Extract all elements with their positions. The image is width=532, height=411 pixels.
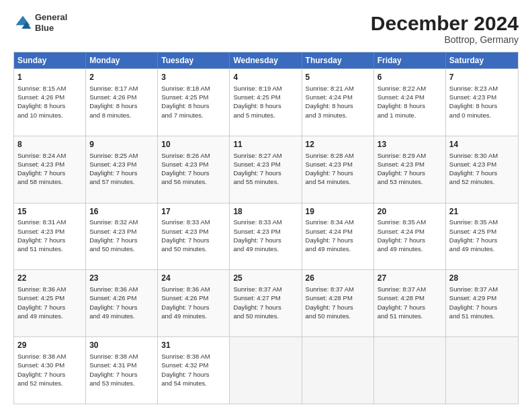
day-info-line: Sunrise: 8:33 AM <box>161 218 226 226</box>
day-info-line: Daylight: 7 hours <box>17 303 82 312</box>
calendar-header-day: Friday <box>374 52 446 68</box>
calendar-cell: 29Sunrise: 8:38 AMSunset: 4:30 PMDayligh… <box>14 337 86 404</box>
calendar-cell: 8Sunrise: 8:24 AMSunset: 4:23 PMDaylight… <box>14 136 86 203</box>
calendar-cell: 5Sunrise: 8:21 AMSunset: 4:24 PMDaylight… <box>302 69 374 136</box>
day-info-line: Sunset: 4:28 PM <box>378 293 442 302</box>
day-number: 6 <box>378 72 442 83</box>
day-number: 10 <box>161 139 226 150</box>
day-info-line: Daylight: 7 hours <box>378 236 442 244</box>
day-info-line: Sunset: 4:25 PM <box>449 227 515 236</box>
day-info-line: Sunrise: 8:31 AM <box>17 218 82 226</box>
calendar-cell: 22Sunrise: 8:36 AMSunset: 4:25 PMDayligh… <box>14 270 86 336</box>
day-info-line: Sunrise: 8:25 AM <box>89 151 154 160</box>
day-info-line: Sunrise: 8:35 AM <box>449 218 515 226</box>
logo-icon <box>13 13 32 32</box>
calendar-cell: 10Sunrise: 8:26 AMSunset: 4:23 PMDayligh… <box>158 136 230 203</box>
day-info-line: Daylight: 7 hours <box>89 236 154 244</box>
day-info-line: Sunrise: 8:37 AM <box>449 285 515 293</box>
calendar-cell: 16Sunrise: 8:32 AMSunset: 4:23 PMDayligh… <box>86 203 158 270</box>
day-info-line: and 5 minutes. <box>233 111 298 120</box>
calendar-cell: 2Sunrise: 8:17 AMSunset: 4:26 PMDaylight… <box>86 69 158 136</box>
day-info-line: and 58 minutes. <box>17 177 82 186</box>
day-info-line: Daylight: 7 hours <box>89 169 154 177</box>
calendar-cell: 28Sunrise: 8:37 AMSunset: 4:29 PMDayligh… <box>446 270 518 336</box>
logo: General Blue <box>13 12 67 33</box>
day-info-line: and 51 minutes. <box>449 312 515 320</box>
day-info-line: Sunset: 4:26 PM <box>17 93 82 101</box>
calendar-header-day: Thursday <box>302 52 374 68</box>
calendar-week-row: 15Sunrise: 8:31 AMSunset: 4:23 PMDayligh… <box>14 203 518 270</box>
day-info-line: Daylight: 7 hours <box>449 303 515 312</box>
day-info-line: Daylight: 8 hours <box>449 101 515 110</box>
subtitle: Bottrop, Germany <box>371 34 519 45</box>
day-info-line: Sunrise: 8:38 AM <box>161 352 226 361</box>
day-info-line: Daylight: 7 hours <box>17 370 82 379</box>
day-info-line: and 7 minutes. <box>161 111 226 120</box>
day-info-line: Daylight: 8 hours <box>17 101 82 110</box>
day-info-line: Sunset: 4:23 PM <box>449 160 515 169</box>
day-number: 15 <box>17 206 82 218</box>
day-info-line: and 53 minutes. <box>378 177 442 186</box>
day-info-line: Sunset: 4:23 PM <box>449 93 515 101</box>
day-info-line: and 8 minutes. <box>89 111 154 120</box>
day-info-line: Sunset: 4:25 PM <box>161 93 226 101</box>
day-info-line: Daylight: 8 hours <box>233 101 298 110</box>
day-info-line: and 49 minutes. <box>306 244 370 253</box>
day-info-line: Daylight: 7 hours <box>306 236 370 244</box>
day-info-line: and 1 minute. <box>378 111 442 120</box>
calendar-week-row: 29Sunrise: 8:38 AMSunset: 4:30 PMDayligh… <box>14 336 518 404</box>
day-number: 19 <box>306 206 370 218</box>
day-info-line: and 52 minutes. <box>449 177 515 186</box>
day-number: 2 <box>89 72 154 83</box>
header: General Blue December 2024 Bottrop, Germ… <box>13 12 519 45</box>
day-info-line: Sunrise: 8:36 AM <box>17 285 82 293</box>
day-info-line: Sunset: 4:23 PM <box>378 160 442 169</box>
calendar-header-day: Sunday <box>14 52 86 68</box>
day-info-line: Daylight: 7 hours <box>161 370 226 379</box>
day-number: 27 <box>378 273 442 284</box>
calendar-cell: 4Sunrise: 8:19 AMSunset: 4:25 PMDaylight… <box>230 69 302 136</box>
day-info-line: Sunrise: 8:38 AM <box>89 352 154 361</box>
calendar-cell: 18Sunrise: 8:33 AMSunset: 4:23 PMDayligh… <box>230 203 302 270</box>
day-info-line: Sunrise: 8:34 AM <box>306 218 370 226</box>
day-number: 21 <box>449 206 515 218</box>
day-number: 18 <box>233 206 298 218</box>
day-info-line: Sunrise: 8:27 AM <box>233 151 298 160</box>
calendar-cell: 30Sunrise: 8:38 AMSunset: 4:31 PMDayligh… <box>86 337 158 404</box>
day-info-line: Daylight: 7 hours <box>378 303 442 312</box>
calendar-cell: 21Sunrise: 8:35 AMSunset: 4:25 PMDayligh… <box>446 203 518 270</box>
day-info-line: Daylight: 7 hours <box>233 169 298 177</box>
day-info-line: Sunrise: 8:37 AM <box>233 285 298 293</box>
day-info-line: and 55 minutes. <box>233 177 298 186</box>
day-info-line: Daylight: 7 hours <box>306 169 370 177</box>
day-number: 11 <box>233 139 298 150</box>
day-info-line: Sunrise: 8:18 AM <box>161 84 226 93</box>
calendar-cell: 24Sunrise: 8:36 AMSunset: 4:26 PMDayligh… <box>158 270 230 336</box>
day-number: 13 <box>378 139 442 150</box>
day-number: 26 <box>306 273 370 284</box>
day-info-line: and 10 minutes. <box>17 111 82 120</box>
calendar-header-row: SundayMondayTuesdayWednesdayThursdayFrid… <box>14 52 518 68</box>
page: General Blue December 2024 Bottrop, Germ… <box>0 0 532 411</box>
day-info-line: and 50 minutes. <box>161 244 226 253</box>
day-number: 31 <box>161 340 226 351</box>
calendar-cell: 17Sunrise: 8:33 AMSunset: 4:23 PMDayligh… <box>158 203 230 270</box>
calendar-cell: 27Sunrise: 8:37 AMSunset: 4:28 PMDayligh… <box>374 270 446 336</box>
day-info-line: Sunset: 4:25 PM <box>233 93 298 101</box>
day-info-line: and 0 minutes. <box>449 111 515 120</box>
day-info-line: Sunrise: 8:35 AM <box>378 218 442 226</box>
calendar-header-day: Wednesday <box>230 52 302 68</box>
day-info-line: Sunrise: 8:30 AM <box>449 151 515 160</box>
calendar-cell: 6Sunrise: 8:22 AMSunset: 4:24 PMDaylight… <box>374 69 446 136</box>
calendar: SundayMondayTuesdayWednesdayThursdayFrid… <box>13 52 519 404</box>
day-info-line: Daylight: 7 hours <box>161 303 226 312</box>
main-title: December 2024 <box>371 12 519 34</box>
calendar-header-day: Saturday <box>446 52 518 68</box>
day-info-line: and 49 minutes. <box>17 312 82 320</box>
day-info-line: Sunset: 4:23 PM <box>306 160 370 169</box>
calendar-week-row: 8Sunrise: 8:24 AMSunset: 4:23 PMDaylight… <box>14 136 518 203</box>
day-info-line: Sunrise: 8:21 AM <box>306 84 370 93</box>
day-info-line: Sunset: 4:23 PM <box>17 160 82 169</box>
day-info-line: Sunrise: 8:23 AM <box>449 84 515 93</box>
day-info-line: Daylight: 7 hours <box>89 370 154 379</box>
